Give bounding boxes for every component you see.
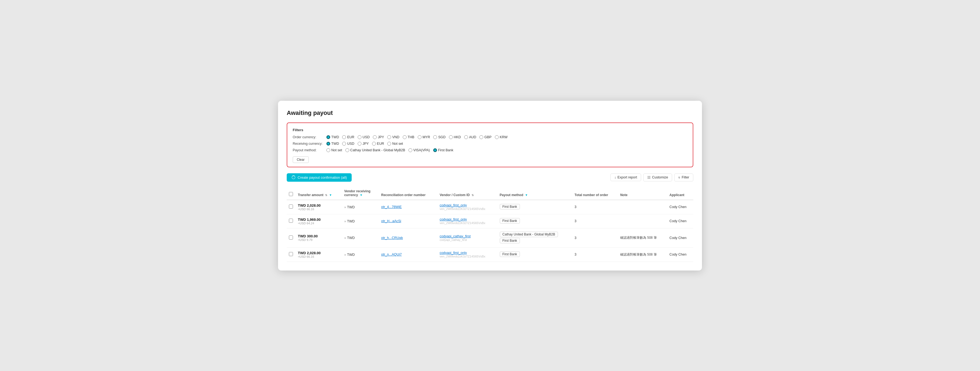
row4-amount: TWD 2,028.00 ≈USD 66.16 [296, 247, 342, 262]
order-currency-usd[interactable]: USD [358, 135, 370, 139]
order-currency-eur[interactable]: EUR [342, 135, 354, 139]
row3-checkbox[interactable] [289, 235, 293, 239]
row2-payout-method: First Bank [498, 214, 572, 228]
page-title: Awaiting payout [287, 109, 693, 117]
row1-total-orders: 3 [572, 200, 618, 214]
table-row: TWD 300.00 ≈USD 9.79 » TWD otr_h...CRUqb… [287, 228, 693, 247]
row4-receiving-currency: » TWD [342, 247, 379, 262]
order-currency-gbp[interactable]: GBP [479, 135, 492, 139]
transfer-amount-sort-icon[interactable]: ⇅ [325, 193, 327, 197]
table-header-row: Transfer amount ⇅ ▼ Vendor receivingcurr… [287, 187, 693, 200]
row1-amount: TWD 2,028.00 ≈USD 66.16 [296, 200, 342, 214]
toolbar: Create payout confirmation (all) ↓ Expor… [287, 173, 693, 182]
receiving-currency-usd[interactable]: USD [342, 142, 354, 146]
row3-checkbox-cell[interactable] [287, 228, 296, 247]
create-payout-label: Create payout confirmation (all) [298, 176, 347, 179]
row1-checkbox-cell[interactable] [287, 200, 296, 214]
row3-note: 確認過對帳筆數為 508 筆 [618, 228, 667, 247]
receiving-currency-group: TWD USD JPY EUR Not set [326, 142, 403, 146]
row2-reconciliation[interactable]: otr_H...aAcSi [379, 214, 437, 228]
col-applicant: Applicant [667, 187, 693, 200]
row2-amount: TWD 1,969.00 ≈USD 64.24 [296, 214, 342, 228]
filters-panel: Filters Order currency: TWD EUR USD JPY … [287, 122, 693, 167]
order-currency-vnd[interactable]: VND [387, 135, 399, 139]
row3-reconciliation[interactable]: otr_h...CRUqb [379, 228, 437, 247]
vendor-sort-icon[interactable]: ⇅ [471, 193, 474, 197]
payout-method-filter-icon[interactable]: ▼ [525, 193, 528, 197]
payout-method-group: Not set Cathay United Bank - Global MyB2… [326, 148, 453, 152]
row4-vendor: codyapi_first_only ven_2Wl9vob2zK3zTZ14S… [438, 247, 498, 262]
receiving-currency-row: Receiving currency: TWD USD JPY EUR Not … [293, 142, 687, 146]
row2-arrow-icon: » [344, 219, 346, 223]
row4-applicant: Cody Chen [667, 247, 693, 262]
row2-vendor: codyapi_first_only ven_2Wl9vob2zK3zTZ14S… [438, 214, 498, 228]
select-all-checkbox[interactable] [289, 192, 293, 196]
customize-button[interactable]: ☷ Customize [643, 174, 672, 181]
filter-button[interactable]: ▿ Filter [674, 174, 693, 181]
export-icon: ↓ [614, 176, 616, 179]
data-table: Transfer amount ⇅ ▼ Vendor receivingcurr… [287, 187, 693, 262]
select-all-header[interactable] [287, 187, 296, 200]
row3-receiving-currency: » TWD [342, 228, 379, 247]
create-payout-button[interactable]: Create payout confirmation (all) [287, 173, 352, 182]
row4-total-orders: 3 [572, 247, 618, 262]
receiving-currency-jpy[interactable]: JPY [358, 142, 369, 146]
row3-applicant: Cody Chen [667, 228, 693, 247]
data-table-wrap: Transfer amount ⇅ ▼ Vendor receivingcurr… [287, 187, 693, 262]
row4-payout-method: First Bank [498, 247, 572, 262]
row3-vendor: codyapi_cathay_first codyapi_cathay_firs… [438, 228, 498, 247]
row3-arrow-icon: » [344, 236, 346, 240]
order-currency-twd[interactable]: TWD [326, 135, 339, 139]
transfer-amount-filter-icon[interactable]: ▼ [329, 193, 332, 197]
order-currency-jpy[interactable]: JPY [373, 135, 384, 139]
col-total-orders: Total number of order [572, 187, 618, 200]
row1-reconciliation[interactable]: otr_4...78WjE [379, 200, 437, 214]
receiving-currency-notset[interactable]: Not set [387, 142, 403, 146]
table-row: TWD 2,028.00 ≈USD 66.16 » TWD otr_4...78… [287, 200, 693, 214]
export-report-button[interactable]: ↓ Export report [610, 174, 641, 181]
receiving-currency-eur[interactable]: EUR [372, 142, 384, 146]
row2-checkbox[interactable] [289, 219, 293, 223]
order-currency-sgd[interactable]: SGD [433, 135, 445, 139]
export-label: Export report [617, 176, 637, 179]
payout-cathay[interactable]: Cathay United Bank - Global MyB2B [345, 148, 405, 152]
col-reconciliation: Reconciliation order number [379, 187, 437, 200]
order-currency-krw[interactable]: KRW [495, 135, 508, 139]
col-transfer-amount: Transfer amount ⇅ ▼ [296, 187, 342, 200]
row4-reconciliation[interactable]: otr_n...AQUi7 [379, 247, 437, 262]
filter-icon: ▿ [678, 176, 680, 179]
filters-title: Filters [293, 128, 687, 132]
order-currency-hkd[interactable]: HKD [449, 135, 461, 139]
table-row: TWD 1,969.00 ≈USD 64.24 » TWD otr_H...aA… [287, 214, 693, 228]
receiving-currency-label: Receiving currency: [293, 142, 323, 146]
row2-checkbox-cell[interactable] [287, 214, 296, 228]
col-vendor: Vendor / Custom ID ⇅ [438, 187, 498, 200]
order-currency-myr[interactable]: MYR [418, 135, 430, 139]
row4-checkbox[interactable] [289, 252, 293, 256]
payout-firstbank[interactable]: First Bank [433, 148, 453, 152]
order-currency-aud[interactable]: AUD [464, 135, 476, 139]
row1-checkbox[interactable] [289, 205, 293, 209]
col-note: Note [618, 187, 667, 200]
order-currency-row: Order currency: TWD EUR USD JPY VND THB … [293, 135, 687, 139]
order-currency-group: TWD EUR USD JPY VND THB MYR SGD HKD AUD … [326, 135, 508, 139]
order-currency-thb[interactable]: THB [403, 135, 414, 139]
row4-note: 確認過對帳筆數為 508 筆 [618, 247, 667, 262]
row4-checkbox-cell[interactable] [287, 247, 296, 262]
payout-method-row: Payout method: Not set Cathay United Ban… [293, 148, 687, 152]
row2-receiving-currency: » TWD [342, 214, 379, 228]
col-payout-method: Payout method ▼ [498, 187, 572, 200]
row1-payout-method: First Bank [498, 200, 572, 214]
receiving-currency-twd[interactable]: TWD [326, 142, 339, 146]
clear-button[interactable]: Clear [293, 157, 309, 163]
table-row: TWD 2,028.00 ≈USD 66.16 » TWD otr_n...AQ… [287, 247, 693, 262]
receiving-currency-filter-icon[interactable]: ▼ [360, 193, 363, 197]
customize-label: Customize [652, 176, 668, 179]
row1-receiving-currency: » TWD [342, 200, 379, 214]
col-receiving-currency: Vendor receivingcurrency ▼ [342, 187, 379, 200]
main-window: Awaiting payout Filters Order currency: … [278, 101, 702, 271]
right-toolbar: ↓ Export report ☷ Customize ▿ Filter [610, 174, 693, 181]
payout-visa[interactable]: VISA(VPA) [409, 148, 430, 152]
payout-notset[interactable]: Not set [326, 148, 342, 152]
row1-applicant: Cody Chen [667, 200, 693, 214]
